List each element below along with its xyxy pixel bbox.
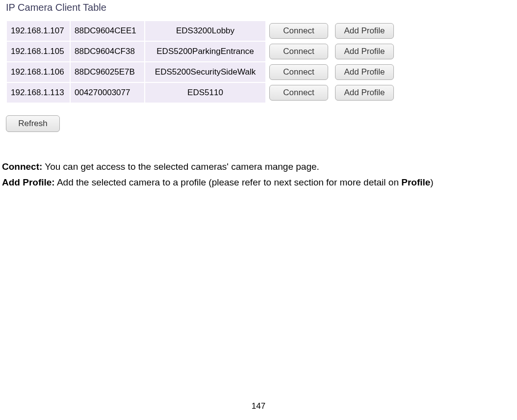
- table-row: 192.168.1.113 004270003077 EDS5110 Conne…: [7, 83, 397, 103]
- refresh-container: Refresh: [6, 115, 511, 132]
- add-profile-button[interactable]: Add Profile: [335, 64, 394, 80]
- page-number: 147: [0, 401, 517, 411]
- mac-cell: 88DC96025E7B: [71, 62, 144, 82]
- add-profile-text1: Add the selected camera to a profile (pl…: [55, 177, 402, 187]
- camera-name-cell: EDS5110: [145, 83, 265, 103]
- connect-button[interactable]: Connect: [269, 64, 328, 80]
- refresh-button[interactable]: Refresh: [6, 115, 60, 132]
- table-row: 192.168.1.106 88DC96025E7B EDS5200Securi…: [7, 62, 397, 82]
- camera-name-cell: EDS5200ParkingEntrance: [145, 42, 265, 61]
- add-profile-button[interactable]: Add Profile: [335, 23, 394, 39]
- connect-cell: Connect: [266, 62, 331, 82]
- camera-client-table: 192.168.1.107 88DC9604CEE1 EDS3200Lobby …: [6, 20, 398, 104]
- profile-bold: Profile: [401, 177, 430, 187]
- mac-cell: 88DC9604CF38: [71, 42, 144, 61]
- mac-cell: 004270003077: [71, 83, 144, 103]
- connect-cell: Connect: [266, 21, 331, 41]
- mac-cell: 88DC9604CEE1: [71, 21, 144, 41]
- connect-cell: Connect: [266, 42, 331, 61]
- connect-button[interactable]: Connect: [269, 23, 328, 39]
- connect-label: Connect:: [2, 161, 42, 172]
- description-block: Connect: You can get access to the selec…: [0, 159, 517, 190]
- ip-cell: 192.168.1.113: [7, 83, 70, 103]
- ip-cell: 192.168.1.105: [7, 42, 70, 61]
- add-profile-description: Add Profile: Add the selected camera to …: [2, 175, 515, 190]
- connect-description: Connect: You can get access to the selec…: [2, 159, 515, 174]
- add-profile-cell: Add Profile: [332, 62, 397, 82]
- add-profile-cell: Add Profile: [332, 21, 397, 41]
- add-profile-cell: Add Profile: [332, 42, 397, 61]
- connect-text: You can get access to the selected camer…: [42, 161, 319, 172]
- add-profile-button[interactable]: Add Profile: [335, 44, 394, 59]
- ip-cell: 192.168.1.106: [7, 62, 70, 82]
- connect-button[interactable]: Connect: [269, 44, 328, 59]
- table-row: 192.168.1.105 88DC9604CF38 EDS5200Parkin…: [7, 42, 397, 61]
- connect-button[interactable]: Connect: [269, 85, 328, 101]
- ip-cell: 192.168.1.107: [7, 21, 70, 41]
- table-title: IP Camera Client Table: [0, 0, 517, 15]
- camera-name-cell: EDS3200Lobby: [145, 21, 265, 41]
- add-profile-cell: Add Profile: [332, 83, 397, 103]
- camera-name-cell: EDS5200SecuritySideWalk: [145, 62, 265, 82]
- table-row: 192.168.1.107 88DC9604CEE1 EDS3200Lobby …: [7, 21, 397, 41]
- add-profile-label: Add Profile:: [2, 177, 55, 187]
- connect-cell: Connect: [266, 83, 331, 103]
- add-profile-button[interactable]: Add Profile: [335, 85, 394, 101]
- add-profile-text2: ): [430, 177, 433, 187]
